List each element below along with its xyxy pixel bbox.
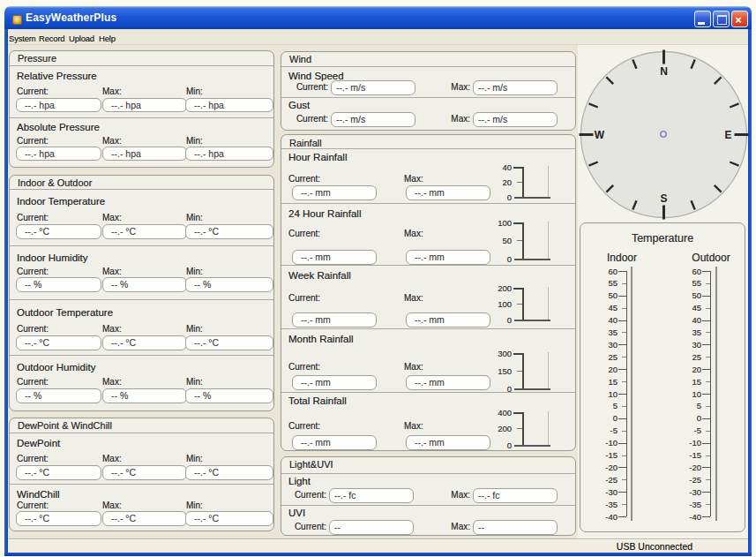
- svg-text:S: S: [660, 192, 667, 205]
- svg-text:W: W: [595, 129, 605, 141]
- svg-text:N: N: [660, 65, 668, 78]
- svg-text:E: E: [724, 129, 731, 141]
